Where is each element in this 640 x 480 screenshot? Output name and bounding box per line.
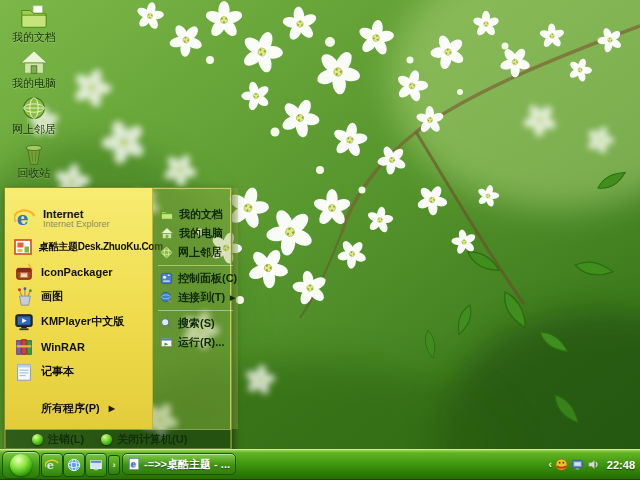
menu-item-internet[interactable]: e Internet Internet Explorer bbox=[5, 203, 152, 234]
menu-item-iconpackager[interactable]: IconPackager bbox=[5, 259, 152, 284]
start-menu-pinned-list: e Internet Internet Explorer bbox=[5, 188, 153, 429]
desktop-icon-label: 回收站 bbox=[18, 168, 51, 180]
start-button[interactable] bbox=[2, 451, 40, 479]
menu-item-search[interactable]: 搜索(S) bbox=[153, 314, 238, 333]
shut-down-button[interactable]: 关闭计算机(U) bbox=[101, 432, 187, 447]
kmplayer-icon bbox=[14, 312, 34, 332]
recycle-bin-icon bbox=[21, 141, 47, 167]
my-documents-folder-icon bbox=[19, 3, 49, 31]
menu-item-run[interactable]: 运行(R)... bbox=[153, 333, 238, 352]
paint-icon bbox=[14, 287, 34, 307]
all-programs-label: 所有程序(P) bbox=[41, 401, 100, 416]
menu-item-label: 连接到(T) bbox=[178, 290, 225, 305]
log-off-button[interactable]: 注销(L) bbox=[32, 432, 84, 447]
desktop-icon-network-places[interactable]: 网上邻居 bbox=[4, 95, 64, 139]
menu-divider bbox=[158, 265, 233, 266]
taskbar-clock[interactable]: 22:48 bbox=[607, 459, 635, 471]
system-tray: ‹ 22:48 bbox=[549, 449, 639, 480]
notepad-icon bbox=[14, 362, 34, 382]
log-off-icon bbox=[32, 434, 43, 445]
menu-item-label: 画图 bbox=[41, 289, 63, 304]
tray-icon-network-monitor[interactable] bbox=[571, 458, 584, 471]
menu-item-label: KMPlayer中文版 bbox=[41, 314, 124, 329]
menu-item-control-panel[interactable]: 控制面板(C) bbox=[153, 269, 238, 288]
quick-launch-chevron[interactable]: › bbox=[108, 455, 120, 475]
quick-launch-internet-explorer[interactable]: e bbox=[41, 453, 63, 477]
menu-item-label: 桌酷主题Desk.ZhuoKu.Com bbox=[39, 240, 163, 254]
internet-explorer-icon: e bbox=[45, 458, 59, 472]
menu-item-my-documents[interactable]: 我的文档 bbox=[153, 205, 238, 224]
desktop-icon-my-computer[interactable]: 我的电脑 bbox=[4, 49, 64, 93]
connect-to-icon bbox=[160, 291, 173, 304]
menu-item-winrar[interactable]: WinRAR bbox=[5, 334, 152, 359]
network-places-globe-icon bbox=[160, 246, 173, 259]
menu-item-label: 我的文档 bbox=[179, 207, 223, 222]
quick-launch-show-desktop[interactable] bbox=[85, 453, 107, 477]
submenu-arrow-icon: ▶ bbox=[230, 294, 238, 302]
tray-icon-messenger-penguin[interactable] bbox=[555, 458, 568, 471]
menu-item-my-computer[interactable]: 我的电脑 bbox=[153, 224, 238, 243]
menu-item-label: WinRAR bbox=[41, 341, 85, 353]
menu-divider bbox=[158, 310, 233, 311]
my-computer-house-icon bbox=[160, 227, 174, 240]
menu-item-label: 记事本 bbox=[41, 364, 74, 379]
desktop-icon-label: 网上邻居 bbox=[12, 124, 56, 136]
zhuoku-theme-icon bbox=[14, 238, 32, 256]
start-menu-body: e Internet Internet Explorer bbox=[5, 188, 231, 429]
task-button-label: -=>>桌酷主题 - ... bbox=[144, 457, 230, 472]
menu-item-kmplayer[interactable]: KMPlayer中文版 bbox=[5, 309, 152, 334]
desktop-icon-column: 我的文档 我的电脑 网上邻居 回收站 bbox=[4, 3, 64, 187]
internet-explorer-icon: e bbox=[14, 208, 36, 230]
ie-document-icon: e bbox=[128, 457, 140, 471]
globe-icon bbox=[67, 458, 81, 472]
desktop-icon-my-documents[interactable]: 我的文档 bbox=[4, 3, 64, 47]
taskbar-task-button[interactable]: e -=>>桌酷主题 - ... bbox=[122, 453, 236, 475]
search-icon bbox=[160, 317, 173, 330]
desktop-icon-label: 我的文档 bbox=[12, 32, 56, 44]
my-computer-house-icon bbox=[19, 49, 49, 77]
tray-expand-chevron[interactable]: ‹ bbox=[549, 459, 552, 470]
desktop-icon-label: 我的电脑 bbox=[12, 78, 56, 90]
desktop-icon-recycle-bin[interactable]: 回收站 bbox=[4, 141, 64, 185]
winrar-icon bbox=[14, 337, 34, 357]
start-menu: e Internet Internet Explorer bbox=[4, 187, 232, 450]
menu-item-paint[interactable]: 画图 bbox=[5, 284, 152, 309]
network-places-globe-icon bbox=[20, 95, 48, 123]
shut-down-label: 关闭计算机(U) bbox=[117, 432, 187, 447]
iconpackager-icon bbox=[14, 262, 34, 282]
shut-down-icon bbox=[101, 434, 112, 445]
menu-item-label: Internet bbox=[43, 208, 110, 220]
my-documents-folder-icon bbox=[160, 208, 174, 221]
menu-item-sublabel: Internet Explorer bbox=[43, 220, 110, 230]
svg-text:e: e bbox=[131, 459, 137, 469]
all-programs-button[interactable]: 所有程序(P) ▶ bbox=[5, 397, 152, 419]
quick-launch-browser-globe[interactable] bbox=[63, 453, 85, 477]
control-panel-icon bbox=[160, 272, 173, 285]
menu-item-label: 运行(R)... bbox=[178, 335, 224, 350]
menu-item-label: 控制面板(C) bbox=[178, 271, 237, 286]
submenu-arrow-icon: ▶ bbox=[109, 404, 115, 413]
menu-item-notepad[interactable]: 记事本 bbox=[5, 359, 152, 384]
tray-icon-volume[interactable] bbox=[587, 458, 600, 471]
desktop-window-icon bbox=[89, 458, 103, 472]
start-orb-icon bbox=[10, 454, 32, 476]
menu-item-connect-to[interactable]: 连接到(T) ▶ bbox=[153, 288, 238, 307]
menu-item-zhuoku-theme[interactable]: 桌酷主题Desk.ZhuoKu.Com bbox=[5, 234, 152, 259]
taskbar: e › e -=>>桌酷主题 - ... bbox=[0, 449, 640, 480]
desktop: 我的文档 我的电脑 网上邻居 回收站 bbox=[0, 0, 640, 480]
menu-item-label: 我的电脑 bbox=[179, 226, 223, 241]
log-off-label: 注销(L) bbox=[48, 432, 84, 447]
menu-item-label: 搜索(S) bbox=[178, 316, 215, 331]
menu-item-label: 网上邻居 bbox=[178, 245, 222, 260]
start-menu-footer: 注销(L) 关闭计算机(U) bbox=[5, 429, 231, 449]
menu-item-label: IconPackager bbox=[41, 266, 113, 278]
start-menu-places-list: 我的文档 我的电脑 网上邻居 bbox=[153, 188, 238, 429]
menu-item-network-places[interactable]: 网上邻居 bbox=[153, 243, 238, 262]
run-icon bbox=[160, 336, 173, 349]
